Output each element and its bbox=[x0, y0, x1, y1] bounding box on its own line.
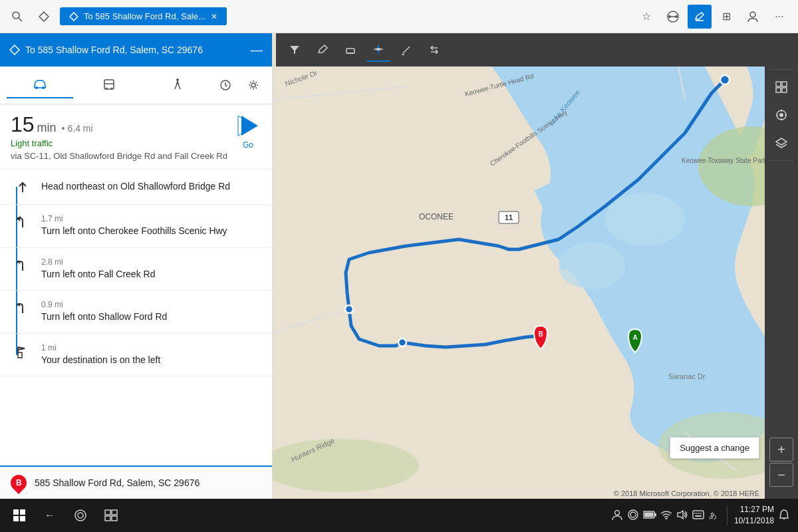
svg-line-35 bbox=[18, 348, 25, 350]
taskbar-volume-icon[interactable] bbox=[676, 509, 688, 522]
taskbar-taskview-button[interactable] bbox=[97, 501, 125, 529]
svg-point-7 bbox=[675, 15, 678, 18]
map-zoom-out-button[interactable]: − bbox=[769, 463, 793, 487]
svg-point-41 bbox=[605, 193, 685, 246]
step-icon-3 bbox=[11, 259, 35, 273]
title-bar-more-icon[interactable]: ··· bbox=[767, 5, 791, 29]
windows-logo bbox=[13, 509, 25, 521]
map-location-button[interactable] bbox=[768, 102, 795, 128]
toolbar-filter-icon[interactable] bbox=[283, 38, 307, 62]
step-1: Head northeast on Old Shallowford Bridge… bbox=[0, 170, 272, 205]
taskbar-keyboard-icon[interactable] bbox=[692, 510, 704, 521]
map-layers-button[interactable] bbox=[768, 130, 795, 156]
step-text-2: Turn left onto Cherokee Foothills Scenic… bbox=[41, 225, 261, 238]
transport-tabs bbox=[0, 66, 272, 104]
toolbar-compass-icon[interactable] bbox=[366, 38, 390, 62]
svg-point-50 bbox=[345, 305, 353, 313]
svg-rect-81 bbox=[112, 516, 117, 521]
title-bar-left: To 585 Shallow Ford Rd, Sale... ✕ bbox=[0, 6, 634, 27]
title-tab[interactable]: To 585 Shallow Ford Rd, Sale... ✕ bbox=[60, 7, 227, 25]
svg-point-49 bbox=[720, 75, 730, 84]
taskbar-left: ← bbox=[5, 501, 125, 529]
taskbar-wifi-icon[interactable] bbox=[660, 510, 672, 521]
route-traffic-status: Light traffic bbox=[11, 138, 227, 148]
svg-text:Keowee-Toxaway State Park: Keowee-Toxaway State Park bbox=[682, 157, 767, 164]
windows-button[interactable] bbox=[5, 501, 33, 529]
map-grid-button[interactable] bbox=[768, 74, 795, 100]
toolbar-pen-icon[interactable] bbox=[311, 38, 334, 62]
svg-rect-66 bbox=[782, 82, 787, 86]
toolbar-swap-icon[interactable] bbox=[422, 38, 446, 62]
svg-rect-90 bbox=[693, 511, 704, 519]
route-history-button[interactable] bbox=[213, 73, 237, 97]
step-4: 0.9 mi Turn left onto Shallow Ford Rd bbox=[0, 291, 272, 334]
go-button[interactable]: Go bbox=[235, 112, 261, 150]
panel-minimize-button[interactable]: — bbox=[251, 43, 263, 57]
taskbar-battery-icon[interactable] bbox=[643, 510, 656, 521]
toolbar-eraser-icon[interactable] bbox=[338, 38, 362, 62]
panel-header: To 585 Shallow Ford Rd, Salem, SC 29676 … bbox=[0, 33, 272, 66]
panel-destination-title: To 585 Shallow Ford Rd, Salem, SC 29676 bbox=[25, 45, 203, 55]
svg-text:A: A bbox=[632, 334, 637, 341]
svg-marker-13 bbox=[373, 48, 384, 51]
taskbar-time-display[interactable]: 11:27 PM 10/11/2018 bbox=[734, 504, 774, 527]
title-bar-user-icon[interactable] bbox=[741, 5, 765, 29]
title-bar-grid-icon[interactable]: ⊞ bbox=[714, 5, 738, 29]
title-bar-share-icon[interactable] bbox=[661, 5, 685, 29]
panel-header-title: To 585 Shallow Ford Rd, Salem, SC 29676 bbox=[9, 45, 203, 55]
svg-rect-68 bbox=[782, 88, 787, 92]
svg-point-23 bbox=[176, 78, 179, 81]
transport-tab-walk[interactable] bbox=[144, 72, 211, 98]
title-tab-label: To 585 Shallow Ford Rd, Sale... bbox=[84, 11, 205, 21]
svg-rect-78 bbox=[105, 510, 110, 515]
route-summary: 15 min • 6.4 mi Light traffic via SC-11,… bbox=[0, 104, 272, 170]
steps-container: Head northeast on Old Shallowford Bridge… bbox=[0, 170, 272, 466]
map-controls-separator-2 bbox=[769, 160, 793, 161]
step-text-5: Your destination is on the left bbox=[41, 354, 261, 367]
svg-text:B: B bbox=[538, 331, 543, 338]
step-dist-2: 1.7 mi bbox=[41, 214, 261, 223]
step-icon-2 bbox=[11, 215, 35, 230]
destination-marker-letter: B bbox=[16, 478, 22, 487]
title-bar-pen-icon[interactable] bbox=[688, 5, 712, 29]
transport-tab-car[interactable] bbox=[7, 72, 73, 98]
step-3: 2.8 mi Turn left onto Fall Creek Rd bbox=[0, 248, 272, 291]
svg-marker-16 bbox=[10, 45, 19, 55]
map-zoom-in-button[interactable]: + bbox=[769, 438, 793, 462]
taskbar-ime-icon[interactable]: あ bbox=[708, 509, 720, 522]
taskbar-cortana-button[interactable] bbox=[66, 501, 94, 529]
step-content-1: Head northeast on Old Shallowford Bridge… bbox=[35, 179, 261, 194]
svg-rect-80 bbox=[105, 516, 110, 521]
title-bar-star-icon[interactable]: ☆ bbox=[634, 5, 658, 29]
step-5: 1 mi Your destination is on the left bbox=[0, 334, 272, 377]
map-copyright: © 2018 Microsoft Corporation, © 2018 HER… bbox=[614, 489, 759, 497]
title-bar-search-icon[interactable] bbox=[7, 6, 28, 27]
svg-rect-79 bbox=[112, 510, 117, 515]
suggest-change-button[interactable]: Suggest a change bbox=[670, 437, 759, 459]
svg-marker-26 bbox=[241, 116, 258, 136]
taskbar-date: 10/11/2018 bbox=[734, 515, 774, 527]
taskbar-record-icon[interactable] bbox=[627, 509, 639, 523]
taskbar-back-button[interactable]: ← bbox=[36, 501, 64, 529]
svg-text:あ: あ bbox=[709, 511, 717, 520]
svg-point-70 bbox=[779, 113, 783, 117]
route-dist-value: 6.4 mi bbox=[68, 123, 93, 134]
map-area[interactable]: 11 A B PICKENS OCONEE Lake Keowee Keowee… bbox=[273, 33, 798, 499]
svg-point-6 bbox=[668, 15, 671, 18]
step-icon-1 bbox=[11, 180, 35, 195]
svg-point-22 bbox=[110, 88, 112, 90]
transport-tab-bus[interactable] bbox=[76, 72, 142, 98]
taskbar-people-icon[interactable] bbox=[611, 509, 623, 523]
toolbar-edit-icon[interactable] bbox=[394, 38, 418, 62]
title-tab-close-icon[interactable]: ✕ bbox=[211, 12, 217, 21]
go-label: Go bbox=[243, 140, 253, 150]
step-content-2: 1.7 mi Turn left onto Cherokee Foothills… bbox=[35, 214, 261, 238]
destination-marker: B bbox=[7, 471, 30, 494]
route-info: 15 min • 6.4 mi Light traffic via SC-11,… bbox=[11, 112, 227, 161]
svg-point-76 bbox=[75, 510, 86, 521]
svg-rect-10 bbox=[346, 49, 354, 53]
taskbar: ← あ 11:27 PM 10/1 bbox=[0, 499, 798, 532]
route-settings-button[interactable] bbox=[241, 73, 265, 97]
step-dist-3: 2.8 mi bbox=[41, 257, 261, 267]
taskbar-notification-icon[interactable] bbox=[778, 509, 790, 523]
